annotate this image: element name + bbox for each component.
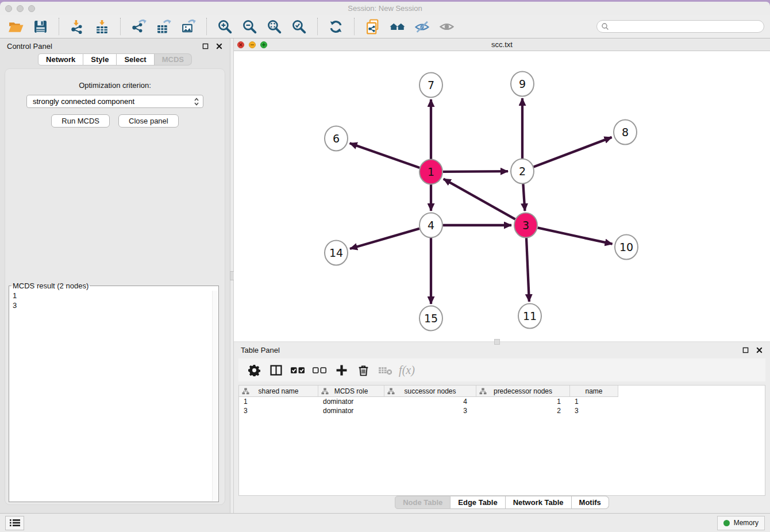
table-cell[interactable]: 2: [476, 406, 570, 415]
graph-edge-3-10[interactable]: [538, 228, 613, 244]
import-network-button[interactable]: [68, 18, 86, 36]
close-panel-button[interactable]: Close panel: [118, 114, 179, 128]
home-button[interactable]: [388, 18, 406, 36]
graph-edge-1-2[interactable]: [443, 171, 508, 172]
open-session-button[interactable]: [7, 18, 25, 36]
export-table-button[interactable]: [155, 18, 172, 36]
add-column-button[interactable]: [330, 361, 352, 379]
node-table[interactable]: shared nameMCDS rolesuccessor nodesprede…: [238, 385, 765, 496]
save-session-button[interactable]: [32, 18, 49, 36]
toggle-panel-button[interactable]: [265, 361, 287, 379]
network-graph[interactable]: 7968124314101511: [234, 51, 770, 341]
main-toolbar: [0, 15, 770, 38]
table-settings-gear-button[interactable]: [243, 361, 265, 379]
vertical-splitter[interactable]: [230, 38, 234, 513]
import-table-icon: [94, 19, 110, 34]
search-box[interactable]: [596, 20, 764, 33]
zoom-window-button[interactable]: [28, 5, 35, 12]
zoom-out-button[interactable]: [241, 18, 259, 36]
table-cell[interactable]: 1: [570, 397, 618, 406]
table-cell[interactable]: 1: [476, 397, 570, 406]
horizontal-splitter-handle[interactable]: [494, 339, 500, 345]
graph-edge-2-8[interactable]: [534, 137, 612, 167]
column-header-predecessor-nodes[interactable]: predecessor nodes: [476, 385, 570, 397]
graph-edge-1-6[interactable]: [350, 143, 420, 168]
memory-status-icon: [723, 520, 730, 526]
float-panel-icon[interactable]: [201, 42, 209, 50]
title-bar: Session: New Session: [0, 2, 770, 15]
table-cell[interactable]: 3: [239, 406, 318, 415]
hierarchy-icon: [387, 388, 395, 395]
select-all-button[interactable]: [287, 361, 309, 379]
export-image-button[interactable]: [179, 18, 197, 36]
task-history-button[interactable]: [5, 516, 24, 530]
close-panel-icon[interactable]: [215, 42, 223, 50]
import-table-button[interactable]: [93, 18, 111, 36]
duplicate-network-button[interactable]: [364, 18, 382, 36]
hide-graphics-icon: [414, 19, 430, 34]
memory-label: Memory: [734, 519, 759, 527]
mcds-panel: Optimization criterion: strongly connect…: [5, 68, 225, 505]
show-graphics-button[interactable]: [438, 18, 456, 36]
run-mcds-button[interactable]: Run MCDS: [51, 114, 110, 128]
tab-style[interactable]: Style: [83, 53, 117, 65]
table-cell[interactable]: 3: [570, 406, 618, 415]
maximize-view-button[interactable]: [260, 41, 267, 48]
column-header-MCDS-role[interactable]: MCDS role: [318, 385, 384, 397]
deselect-all-button[interactable]: [309, 361, 330, 379]
table-cell[interactable]: 3: [384, 406, 476, 415]
graph-edge-3-11[interactable]: [526, 237, 529, 302]
table-cell[interactable]: 1: [239, 397, 318, 406]
float-table-panel-icon[interactable]: [741, 346, 749, 354]
network-window-title: scc.txt: [234, 40, 770, 49]
close-window-button[interactable]: [5, 5, 12, 12]
tab-motifs[interactable]: Motifs: [572, 496, 609, 509]
control-panel-title: Control Panel: [7, 42, 52, 51]
hide-graphics-button[interactable]: [413, 18, 431, 36]
column-header-successor-nodes[interactable]: successor nodes: [384, 385, 476, 397]
table-cell[interactable]: 4: [384, 397, 476, 406]
column-header-shared-name[interactable]: shared name: [239, 385, 318, 397]
table-row[interactable]: 3dominator323: [239, 406, 765, 415]
result-scrollbar[interactable]: [212, 291, 218, 501]
graph-edge-3-1[interactable]: [444, 179, 515, 219]
delete-table-button: [374, 361, 396, 379]
tab-mcds[interactable]: MCDS: [155, 53, 192, 65]
search-input[interactable]: [612, 22, 760, 31]
zoom-in-button[interactable]: [216, 18, 234, 36]
tab-edge-table[interactable]: Edge Table: [451, 496, 505, 509]
close-view-button[interactable]: [237, 41, 244, 48]
delete-table-icon: [378, 364, 392, 376]
criterion-dropdown[interactable]: strongly connected component: [26, 95, 203, 108]
tab-network[interactable]: Network: [38, 53, 83, 65]
tab-node-table[interactable]: Node Table: [395, 496, 451, 509]
table-row[interactable]: 1dominator411: [239, 397, 765, 406]
minimize-window-button[interactable]: [17, 5, 24, 12]
export-network-button[interactable]: [130, 18, 148, 36]
graph-edge-4-14[interactable]: [350, 229, 419, 249]
table-cell[interactable]: dominator: [318, 397, 384, 406]
delete-column-button[interactable]: [352, 361, 374, 379]
tab-select[interactable]: Select: [117, 53, 154, 65]
table-toolbar: f(x): [238, 358, 765, 381]
select-all-icon: [290, 364, 306, 376]
graph-edge-2-3[interactable]: [523, 183, 525, 211]
memory-button[interactable]: Memory: [717, 516, 765, 530]
close-table-panel-icon[interactable]: [755, 346, 763, 354]
column-label: successor nodes: [404, 387, 456, 395]
minimize-view-button[interactable]: [249, 41, 256, 48]
toolbar-separator: [120, 18, 121, 35]
toolbar-group: [320, 18, 352, 36]
toggle-panel-icon: [270, 364, 282, 376]
zoom-selected-button[interactable]: [290, 18, 308, 36]
toolbar-group: [123, 18, 204, 36]
network-canvas[interactable]: 7968124314101511: [234, 51, 770, 341]
horizontal-splitter[interactable]: [234, 341, 770, 342]
table-cell[interactable]: dominator: [318, 406, 384, 415]
zoom-fit-button[interactable]: [265, 18, 283, 36]
column-header-name[interactable]: name: [570, 385, 618, 397]
tab-network-table[interactable]: Network Table: [506, 496, 572, 509]
hierarchy-icon: [242, 388, 249, 395]
refresh-button[interactable]: [327, 18, 345, 36]
search-icon: [601, 22, 609, 30]
